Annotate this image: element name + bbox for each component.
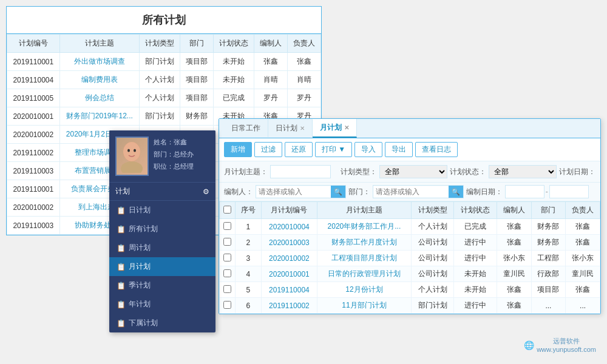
table-cell[interactable]: 2019110001 bbox=[7, 180, 60, 198]
table-cell: 工程部 bbox=[531, 251, 566, 266]
row-checkbox[interactable] bbox=[223, 222, 231, 230]
table-row[interactable]: 2019110001外出做市场调查部门计划项目部未开始张鑫张鑫 bbox=[7, 53, 321, 71]
sidebar-item-季计划[interactable]: 📋季计划 bbox=[109, 276, 215, 295]
status-label: 计划状态： bbox=[450, 167, 486, 177]
table-cell: 张鑫 bbox=[497, 298, 531, 314]
sidebar-item-年计划[interactable]: 📋年计划 bbox=[109, 295, 215, 314]
toolbar-btn-查看日志[interactable]: 查看日志 bbox=[415, 142, 458, 157]
table-cell[interactable]: 3 bbox=[236, 251, 262, 266]
tab-日常工作[interactable]: 日常工作 bbox=[224, 120, 268, 137]
table-cell: 部门计划 bbox=[411, 298, 454, 314]
toolbar-btn-新增[interactable]: 新增 bbox=[224, 142, 252, 157]
row-checkbox[interactable] bbox=[223, 285, 231, 293]
table-cell[interactable]: 2020010002 bbox=[261, 251, 317, 266]
editor-search-btn[interactable]: 🔍 bbox=[331, 186, 345, 198]
table-row[interactable]: 42020010001日常的行政管理月计划公司计划未开始童川民行政部童川民 bbox=[220, 266, 600, 282]
tab-label: 日常工作 bbox=[231, 123, 260, 133]
table-cell: 项目部 bbox=[180, 71, 214, 89]
select-all-checkbox[interactable] bbox=[223, 206, 231, 214]
dept-search-btn[interactable]: 🔍 bbox=[449, 186, 463, 198]
table-cell[interactable]: 编制费用表 bbox=[59, 71, 139, 89]
table-cell[interactable]: 5 bbox=[236, 282, 262, 298]
toolbar-btn-还原[interactable]: 还原 bbox=[285, 142, 313, 157]
edit-date-label: 编制日期： bbox=[466, 187, 503, 197]
dept-input[interactable] bbox=[373, 186, 448, 197]
table-cell[interactable]: 2019110003 bbox=[7, 162, 60, 180]
table-cell[interactable]: 2020010003 bbox=[261, 235, 317, 251]
table-cell[interactable]: 2019110002 bbox=[261, 298, 317, 314]
menu-label: 日计划 bbox=[129, 205, 151, 215]
row-checkbox[interactable] bbox=[223, 301, 231, 309]
toolbar-btn-导入[interactable]: 导入 bbox=[354, 142, 382, 157]
date-from-input[interactable] bbox=[505, 185, 544, 198]
table-cell: 部门计划 bbox=[140, 53, 180, 71]
toolbar-btn-过滤[interactable]: 过滤 bbox=[254, 142, 282, 157]
subject-input[interactable] bbox=[270, 165, 331, 178]
table-cell[interactable]: 12月份计划 bbox=[317, 282, 412, 298]
table-cell[interactable]: 2019110001 bbox=[7, 53, 60, 71]
tab-close-icon[interactable]: ✕ bbox=[344, 124, 349, 131]
sidebar-menu: 📋日计划📋所有计划📋周计划📋月计划📋季计划📋年计划📋下属计划 bbox=[109, 201, 215, 332]
table-cell: 未开始 bbox=[454, 266, 497, 282]
tab-日计划[interactable]: 日计划✕ bbox=[268, 120, 313, 137]
bg-table-header: 部门 bbox=[180, 35, 214, 53]
toolbar: 新增过滤还原打印 ▼导入导出查看日志 bbox=[219, 138, 600, 161]
row-checkbox[interactable] bbox=[223, 254, 231, 261]
table-cell[interactable]: 工程项目部月度计划 bbox=[317, 251, 412, 266]
editor-input[interactable] bbox=[256, 186, 331, 197]
table-cell: 未开始 bbox=[214, 71, 254, 89]
table-cell[interactable]: 2019110003 bbox=[7, 217, 60, 235]
table-cell[interactable]: 2020年财务部工作月... bbox=[317, 219, 412, 235]
table-row[interactable]: 120200100042020年财务部工作月...个人计划已完成张鑫财务部张鑫 bbox=[220, 219, 600, 235]
tab-close-icon[interactable]: ✕ bbox=[300, 125, 305, 132]
table-cell[interactable]: 2019110004 bbox=[261, 282, 317, 298]
table-cell: 项目部 bbox=[180, 89, 214, 107]
menu-icon: 📋 bbox=[117, 225, 125, 234]
type-select[interactable]: 全部 bbox=[379, 165, 447, 178]
bg-table-header: 计划主题 bbox=[59, 35, 139, 53]
table-cell: 财务部 bbox=[531, 219, 566, 235]
row-checkbox[interactable] bbox=[223, 238, 231, 246]
table-cell[interactable]: 6 bbox=[236, 298, 262, 314]
status-select[interactable]: 全部 bbox=[489, 165, 557, 178]
table-cell[interactable]: 财务部门2019年12... bbox=[59, 107, 139, 126]
sidebar-item-日计划[interactable]: 📋日计划 bbox=[109, 201, 215, 220]
table-cell[interactable]: 4 bbox=[236, 266, 262, 282]
table-cell[interactable]: 日常的行政管理月计划 bbox=[317, 266, 412, 282]
table-cell[interactable]: 例会总结 bbox=[59, 89, 139, 107]
sidebar-item-所有计划[interactable]: 📋所有计划 bbox=[109, 220, 215, 238]
menu-label: 周计划 bbox=[129, 243, 151, 253]
table-cell[interactable]: 11月部门计划 bbox=[317, 298, 412, 314]
table-cell[interactable]: 2020010004 bbox=[261, 219, 317, 235]
table-cell[interactable]: 2020010001 bbox=[261, 266, 317, 282]
table-cell[interactable]: 财务部工作月度计划 bbox=[317, 235, 412, 251]
row-checkbox[interactable] bbox=[223, 269, 231, 277]
toolbar-btn-导出[interactable]: 导出 bbox=[385, 142, 413, 157]
table-cell[interactable]: 2 bbox=[236, 235, 262, 251]
table-cell[interactable]: 2019110002 bbox=[7, 144, 60, 162]
table-row[interactable]: 5201911000412月份计划个人计划未开始张鑫项目部张鑫 bbox=[220, 282, 600, 298]
table-row[interactable]: 32020010002工程项目部月度计划公司计划进行中张小东工程部张小东 bbox=[220, 251, 600, 266]
table-cell[interactable]: 2020010002 bbox=[7, 198, 60, 217]
table-cell[interactable]: 2019110005 bbox=[7, 89, 60, 107]
table-cell[interactable]: 外出做市场调查 bbox=[59, 53, 139, 71]
sidebar-item-下属计划[interactable]: 📋下属计划 bbox=[109, 314, 215, 332]
sidebar-item-周计划[interactable]: 📋周计划 bbox=[109, 238, 215, 257]
date-to-input[interactable] bbox=[549, 185, 589, 198]
table-cell[interactable]: 2019110004 bbox=[7, 71, 60, 89]
table-cell[interactable]: 1 bbox=[236, 219, 262, 235]
tab-月计划[interactable]: 月计划✕ bbox=[313, 119, 357, 138]
table-row[interactable]: 6201911000211月部门计划部门计划进行中张鑫...... bbox=[220, 298, 600, 314]
table-row[interactable]: 22020010003财务部工作月度计划公司计划进行中张鑫财务部张鑫 bbox=[220, 235, 600, 251]
table-cell[interactable]: 2020010001 bbox=[7, 107, 60, 126]
table-cell[interactable]: 2020010002 bbox=[7, 126, 60, 144]
search-form-1: 月计划主题： 计划类型： 全部 计划状态： 全部 计划日期： bbox=[219, 161, 600, 183]
date-label: 计划日期： bbox=[559, 167, 595, 177]
table-cell: 未开始 bbox=[214, 53, 254, 71]
table-row[interactable]: 2019110005例会总结个人计划项目部已完成罗丹罗丹 bbox=[7, 89, 321, 107]
gear-icon[interactable]: ⚙ bbox=[203, 187, 209, 196]
table-header: 编制人 bbox=[497, 202, 531, 219]
sidebar-item-月计划[interactable]: 📋月计划 bbox=[109, 257, 215, 276]
table-row[interactable]: 2019110004编制费用表个人计划项目部未开始肖晴肖晴 bbox=[7, 71, 321, 89]
toolbar-btn-打印 ▼[interactable]: 打印 ▼ bbox=[315, 142, 352, 157]
